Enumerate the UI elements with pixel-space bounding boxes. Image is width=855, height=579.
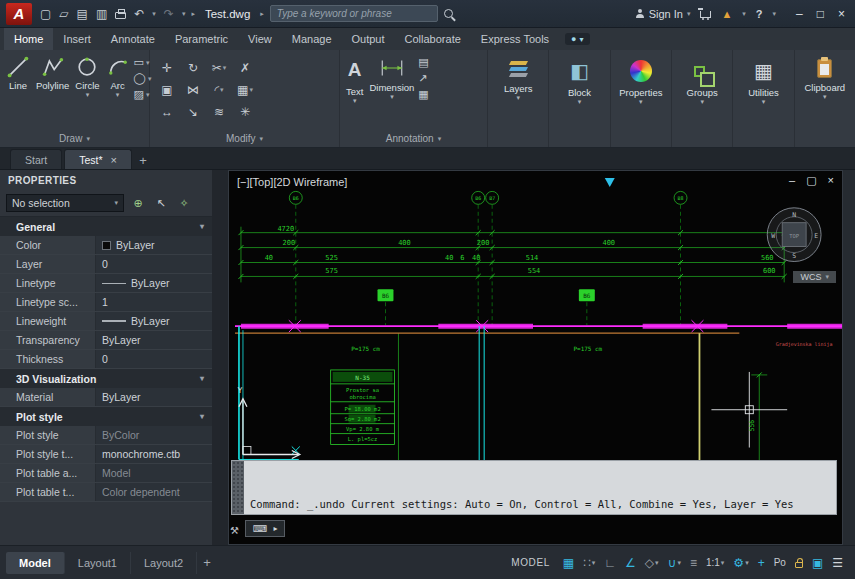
fillet-icon[interactable]: ◜▾ — [214, 83, 223, 97]
tab-view[interactable]: View — [238, 28, 282, 50]
autodesk-app-icon[interactable]: ▲ — [721, 8, 732, 20]
model-tab[interactable]: Model — [6, 552, 65, 574]
new-file-icon[interactable]: ▢ — [40, 7, 51, 21]
stretch-icon[interactable]: ↔ — [161, 105, 173, 119]
undo-dropdown-icon[interactable]: ▾ — [152, 10, 156, 18]
tab-manage[interactable]: Manage — [282, 28, 342, 50]
arc-button[interactable]: Arc ▾ — [104, 54, 132, 99]
scale-icon[interactable]: ↘ — [188, 105, 198, 119]
open-file-icon[interactable]: ▱ — [59, 7, 68, 21]
new-layout-button[interactable]: + — [197, 555, 217, 570]
command-history[interactable]: Command: _.undo Current settings: Auto =… — [244, 461, 836, 514]
tab-output[interactable]: Output — [342, 28, 395, 50]
command-input[interactable]: ⌨ ▸ — [245, 520, 285, 537]
search-input[interactable] — [270, 5, 438, 22]
workspace-gear-icon[interactable]: ⚙▾ — [733, 556, 748, 570]
layers-button[interactable]: Layers ▾ — [488, 50, 548, 147]
grid-display-icon[interactable]: ▦ — [563, 556, 574, 570]
drawing-close-button[interactable]: × — [828, 174, 834, 187]
undo-icon[interactable]: ↶ — [134, 7, 144, 21]
snap-mode-icon[interactable]: ∷▾ — [583, 556, 595, 570]
dimension-button[interactable]: Dimension ▾ — [367, 54, 416, 101]
quick-select-icon[interactable]: ✧ — [175, 197, 193, 210]
modify-panel-footer[interactable]: Modify▾ — [150, 130, 339, 147]
array-icon[interactable]: ▦▾ — [237, 83, 253, 97]
annotation-monitor-icon[interactable]: + — [758, 556, 765, 570]
lineweight-display-icon[interactable]: ≡ — [690, 556, 697, 570]
ortho-mode-icon[interactable]: ∟ — [604, 556, 616, 570]
rectangle-tool-icon[interactable]: ▭▾ — [134, 56, 152, 69]
offset-icon[interactable]: ≋ — [214, 105, 224, 119]
clean-screen-icon[interactable]: ▣ — [812, 556, 823, 570]
selection-dropdown[interactable]: No selection ▾ — [6, 194, 124, 212]
file-tab-test[interactable]: Test* × — [64, 149, 132, 169]
qat-customize-icon[interactable]: ▾ — [182, 10, 186, 18]
minimize-button[interactable]: – — [796, 7, 803, 21]
properties-button[interactable]: Properties ▾ — [611, 50, 671, 147]
drawing-restore-button[interactable]: ▢ — [806, 174, 816, 187]
draw-panel-footer[interactable]: Draw▾ — [0, 130, 149, 147]
sign-in-button[interactable]: Sign In ▾ — [636, 8, 691, 20]
text-style-icon[interactable]: ▤ — [418, 56, 428, 69]
select-objects-icon[interactable]: ↖ — [152, 197, 170, 210]
erase-icon[interactable]: ✗ — [240, 61, 250, 75]
block-button[interactable]: ◧ Block ▾ — [549, 50, 609, 147]
rotate-icon[interactable]: ↻ — [188, 61, 198, 75]
annotation-scale-button[interactable]: 1:1▾ — [706, 556, 724, 570]
ribbon-display-button[interactable]: ●▾ — [565, 33, 589, 45]
save-as-icon[interactable]: ▥ — [96, 7, 107, 21]
store-cart-icon[interactable] — [700, 11, 711, 18]
maximize-button[interactable]: □ — [817, 7, 824, 21]
layout2-tab[interactable]: Layout2 — [131, 552, 197, 574]
plot-icon[interactable] — [115, 12, 126, 19]
close-tab-icon[interactable]: × — [111, 154, 117, 166]
command-line-grip[interactable] — [232, 461, 244, 514]
tab-collaborate[interactable]: Collaborate — [395, 28, 471, 50]
redo-icon[interactable]: ↷ — [164, 7, 174, 21]
section-general[interactable]: General▾ — [0, 217, 212, 236]
command-customize-icon[interactable]: ⚒ — [230, 525, 239, 536]
model-space-indicator[interactable]: MODEL — [511, 557, 550, 568]
toggle-pickadd-icon[interactable]: ⊕ — [129, 197, 147, 210]
copy-icon[interactable]: ▣ — [161, 83, 172, 97]
line-button[interactable]: Line — [4, 54, 32, 92]
circle-button[interactable]: Circle ▾ — [73, 54, 101, 99]
help-button[interactable]: ? — [756, 8, 763, 20]
drawing-viewport[interactable]: 4720200400200400405254064051456057555460… — [228, 170, 843, 545]
search-icon[interactable] — [444, 9, 453, 18]
leader-icon[interactable]: ↗ — [418, 72, 428, 85]
tab-express-tools[interactable]: Express Tools — [471, 28, 559, 50]
hatch-tool-icon[interactable]: ▨▾ — [134, 88, 152, 101]
explode-icon[interactable]: ✳ — [240, 105, 250, 119]
trim-icon[interactable]: ✂▾ — [212, 61, 227, 75]
customization-menu-icon[interactable]: ☰ — [832, 556, 843, 570]
new-drawing-tab-button[interactable]: + — [134, 151, 152, 169]
nav-gizmo-icon[interactable] — [605, 178, 615, 187]
clipboard-button[interactable]: Clipboard ▾ — [795, 50, 855, 147]
table-icon[interactable]: ▦ — [418, 88, 428, 101]
tab-annotate[interactable]: Annotate — [101, 28, 165, 50]
text-button[interactable]: A Text ▾ — [344, 54, 365, 105]
viewport-controls-label[interactable]: [−][Top][2D Wireframe] — [237, 176, 347, 188]
wcs-selector[interactable]: WCS▾ — [793, 271, 836, 283]
file-tab-start[interactable]: Start — [10, 149, 62, 169]
polyline-button[interactable]: Polyline — [34, 54, 71, 92]
layout1-tab[interactable]: Layout1 — [65, 552, 131, 574]
object-snap-icon[interactable]: ∪▾ — [668, 556, 681, 570]
close-button[interactable]: × — [838, 7, 845, 21]
tab-parametric[interactable]: Parametric — [165, 28, 238, 50]
isodraft-icon[interactable]: ◇▾ — [645, 556, 659, 570]
section-plot-style[interactable]: Plot style▾ — [0, 407, 212, 426]
move-icon[interactable]: ✛ — [162, 61, 172, 75]
utilities-button[interactable]: ▦ Utilities ▾ — [733, 50, 793, 147]
tab-insert[interactable]: Insert — [53, 28, 101, 50]
tab-home[interactable]: Home — [4, 28, 53, 50]
groups-button[interactable]: Groups ▾ — [672, 50, 732, 147]
section-3d-visualization[interactable]: 3D Visualization▾ — [0, 369, 212, 388]
isolate-objects-icon[interactable]: Po — [774, 556, 786, 570]
ellipse-tool-icon[interactable]: ◯▾ — [134, 72, 152, 85]
mirror-icon[interactable]: ⋈ — [187, 83, 199, 97]
polar-tracking-icon[interactable]: ∠ — [625, 556, 636, 570]
lock-ui-icon[interactable] — [795, 562, 803, 568]
drawing-minimize-button[interactable]: – — [789, 174, 795, 187]
